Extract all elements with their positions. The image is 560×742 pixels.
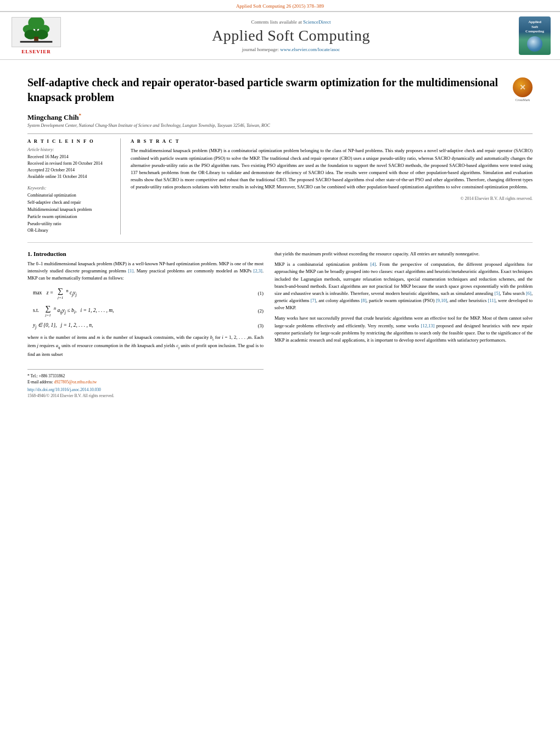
article-info-col: A R T I C L E I N F O Article history: R… [27, 138, 121, 235]
abstract-label: A B S T R A C T [131, 138, 533, 144]
footnote-doi[interactable]: http://dx.doi.org/10.1016/j.asoc.2014.10… [27, 387, 264, 392]
footnote-tel: * Tel.: +886 37331862 [27, 373, 264, 379]
section-divider [27, 242, 533, 243]
keyword-1: Combinatorial optimization [27, 192, 114, 199]
elsevier-logo-svg [12, 17, 60, 47]
top-bar: Applied Soft Computing 26 (2015) 378–389 [0, 0, 560, 11]
footnote-issn: 1568-4946/© 2014 Elsevier B.V. All right… [27, 393, 264, 398]
section1-para2: where n is the number of items and m is … [27, 334, 264, 358]
badge-box: AppliedSoftComputing [519, 16, 551, 55]
section1-heading: 1. Introduction [27, 250, 264, 257]
footnote-email-link[interactable]: d927805@oz.nthu.edu.tw [54, 380, 97, 384]
history-label: Article history: [27, 147, 114, 152]
affiliation: System Development Center, National Chun… [27, 123, 533, 128]
formula-1-block: max z = ∑ j=1 n cjyj (1) [33, 287, 264, 300]
abstract-col: A B S T R A C T The multidimensional kna… [131, 138, 533, 235]
crossmark-logo: CrossMark [513, 77, 533, 97]
elsevier-logo: ELSEVIER [9, 17, 64, 54]
abstract-text: The multidimensional knapsack problem (M… [131, 147, 533, 191]
journal-homepage: journal homepage: www.elsevier.com/locat… [69, 47, 513, 52]
formula-2-number: (2) [247, 308, 264, 314]
formula-2-block: s.t. ∑ j=1 n aijyj ≤ bi, i = 1, 2, . . .… [33, 304, 264, 317]
elsevier-logo-image [12, 17, 61, 47]
formula-3-text: yj ∈ {0, 1}, j = 1, 2, . . . , n, [33, 322, 242, 330]
formula-1-label: max [33, 290, 42, 295]
copyright: © 2014 Elsevier B.V. All rights reserved… [131, 196, 533, 201]
crossmark-circle [513, 77, 533, 97]
article-title: Self-adaptive check and repair operator-… [27, 75, 513, 105]
history-item-2: Received in revised form 20 October 2014 [27, 160, 114, 167]
footnote-area: * Tel.: +886 37331862 E-mail address: d9… [27, 369, 264, 398]
formula-2-text: s.t. ∑ j=1 n aijyj ≤ bi, i = 1, 2, . . .… [33, 304, 242, 317]
article-title-section: Self-adaptive check and repair operator-… [27, 75, 533, 107]
keyword-4: Particle swarm optimization [27, 214, 114, 221]
article-info-label: A R T I C L E I N F O [27, 138, 114, 144]
keyword-5: Pseudo-utility ratio [27, 221, 114, 228]
journal-header: ELSEVIER Contents lists available at Sci… [0, 11, 560, 60]
sciencedirect-link[interactable]: ScienceDirect [303, 19, 331, 25]
right-para3: Many works have not successfully proved … [275, 315, 533, 344]
homepage-link[interactable]: www.elsevier.com/locate/asoc [280, 47, 340, 52]
body-content: 1. Introduction The 0–1 multidimensional… [27, 250, 533, 398]
body-right-col: that yields the maximum profit without e… [275, 250, 533, 398]
journal-title: Applied Soft Computing [69, 27, 513, 44]
page: Applied Soft Computing 26 (2015) 378–389… [0, 0, 560, 742]
formula-1-number: (1) [247, 291, 264, 296]
footnote-email: E-mail address: d927805@oz.nthu.edu.tw [27, 379, 264, 385]
svg-rect-6 [34, 37, 38, 41]
journal-center: Contents lists available at ScienceDirec… [69, 19, 513, 52]
keywords-label: Keywords: [27, 186, 114, 191]
formula-2-label: s.t. [33, 308, 39, 313]
journal-reference: Applied Soft Computing 26 (2015) 378–389 [236, 3, 324, 9]
main-content: Self-adaptive check and repair operator-… [0, 60, 560, 404]
svg-rect-7 [20, 41, 53, 43]
crossmark-label: CrossMark [513, 98, 533, 102]
right-para1: that yields the maximum profit without e… [275, 250, 533, 258]
formula-3-block: yj ∈ {0, 1}, j = 1, 2, . . . , n, (3) [33, 322, 264, 330]
keyword-3: Multidimensional knapsack problem [27, 207, 114, 214]
formula-1-text: max z = ∑ j=1 n cjyj [33, 287, 242, 300]
elsevier-wordmark: ELSEVIER [21, 49, 51, 54]
history-item-3: Accepted 22 October 2014 [27, 167, 114, 174]
right-para2: MKP is a combinatorial optimization prob… [275, 261, 533, 311]
keyword-2: Self-adaptive check and repair [27, 199, 114, 207]
sciencedirect-text: Contents lists available at ScienceDirec… [69, 19, 513, 25]
badge-title: AppliedSoftComputing [525, 20, 544, 34]
section1-para1: The 0–1 multidimensional knapsack proble… [27, 260, 264, 282]
history-item-4: Available online 31 October 2014 [27, 174, 114, 180]
author-name: Mingchang Chih* [27, 113, 533, 122]
keyword-6: OR-Library [27, 227, 114, 235]
formula-1-expr: z = ∑ j=1 n cjyj [47, 290, 77, 295]
body-left-col: 1. Introduction The 0–1 multidimensional… [27, 250, 264, 398]
history-item-1: Received 16 May 2014 [27, 154, 114, 160]
formula-2-expr: ∑ j=1 n aijyj ≤ bi, i = 1, 2, . . . , m, [43, 308, 114, 313]
formula-3-number: (3) [247, 323, 264, 328]
article-info-abstract: A R T I C L E I N F O Article history: R… [27, 133, 533, 235]
journal-badge: AppliedSoftComputing [518, 16, 551, 55]
